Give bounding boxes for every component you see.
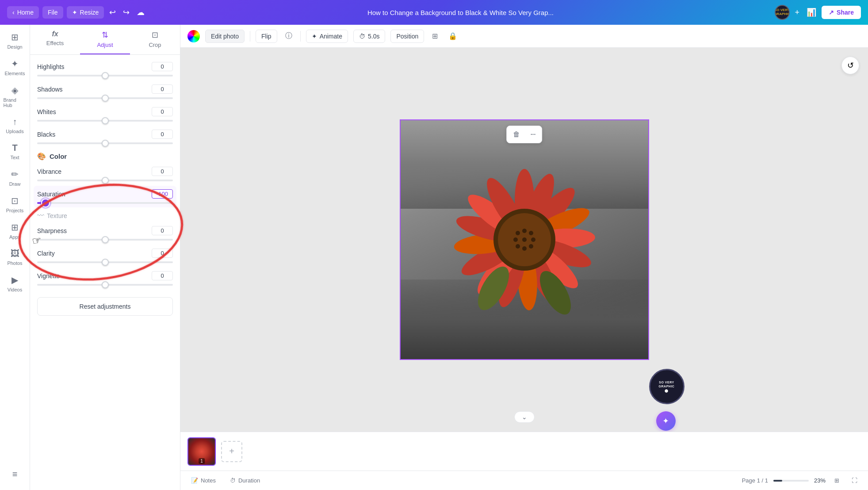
zoom-level: 23% xyxy=(814,477,826,484)
vignette-value[interactable] xyxy=(152,271,173,280)
sidebar-item-videos[interactable]: ▶ Videos xyxy=(2,271,28,296)
blacks-value[interactable] xyxy=(152,130,173,139)
refresh-canvas-button[interactable]: ↺ xyxy=(841,57,859,74)
svg-point-23 xyxy=(522,246,527,251)
tab-adjust[interactable]: ⇅ Adjust xyxy=(80,25,130,54)
whites-label: Whites xyxy=(37,108,56,115)
add-page-button[interactable]: + xyxy=(221,441,242,462)
sidebar-item-design[interactable]: ⊞ Design xyxy=(2,28,28,53)
grid-view-button[interactable]: ⊞ xyxy=(831,475,843,486)
whites-group: Whites xyxy=(37,107,173,122)
color-section-header: 🎨 Color xyxy=(37,152,173,161)
animate-button[interactable]: ✦ Animate xyxy=(306,30,348,43)
sharpness-value[interactable] xyxy=(152,226,173,235)
sharpness-track[interactable] xyxy=(37,239,173,241)
saturation-thumb[interactable] xyxy=(41,199,50,207)
videos-icon: ▶ xyxy=(11,275,18,285)
vignette-track[interactable] xyxy=(37,284,173,286)
add-user-button[interactable]: + xyxy=(793,6,802,19)
highlights-value[interactable] xyxy=(152,62,173,71)
texture-label-row: 〰 Texture xyxy=(37,212,173,220)
saturation-track[interactable] xyxy=(37,202,173,204)
clarity-value[interactable] xyxy=(152,249,173,258)
page-info: Page 1 / 1 xyxy=(742,477,768,484)
info-button[interactable]: ⓘ xyxy=(283,29,295,43)
page-number-badge: 1 xyxy=(199,458,205,464)
highlights-thumb[interactable] xyxy=(102,72,109,79)
sidebar-item-apps[interactable]: ⊞ Apps xyxy=(2,218,28,243)
grid-button[interactable]: ⊞ xyxy=(429,29,440,43)
share-icon: ↗ xyxy=(829,9,834,16)
sidebar-item-photos[interactable]: 🖼 Photos xyxy=(2,245,28,269)
duration-button[interactable]: ⏱ 5.0s xyxy=(353,30,385,43)
shadows-value[interactable] xyxy=(152,84,173,94)
sidebar-item-brand-hub[interactable]: ◈ Brand Hub xyxy=(2,81,28,111)
canvas-scroll[interactable]: ↺ xyxy=(180,48,868,432)
highlights-track[interactable] xyxy=(37,75,173,77)
saturation-value[interactable] xyxy=(152,189,173,199)
home-button[interactable]: ‹ Home xyxy=(7,6,39,19)
tab-effects[interactable]: fx Effects xyxy=(30,25,80,54)
blacks-track[interactable] xyxy=(37,142,173,144)
fullscreen-button[interactable]: ⛶ xyxy=(848,475,861,486)
vibrance-value[interactable] xyxy=(152,167,173,176)
duration-button-status[interactable]: ⏱ Duration xyxy=(226,475,264,486)
vibrance-thumb[interactable] xyxy=(102,177,109,184)
selection-actions: 🗑 ··· xyxy=(506,126,543,143)
vibrance-track[interactable] xyxy=(37,180,173,181)
cloud-save-button[interactable]: ☁ xyxy=(135,6,146,19)
shadows-thumb[interactable] xyxy=(102,95,109,102)
whites-value[interactable] xyxy=(152,107,173,116)
zoom-fill xyxy=(773,480,782,482)
left-nav: ⊞ Design ✦ Elements ◈ Brand Hub ↑ Upload… xyxy=(0,25,30,490)
undo-button[interactable]: ↩ xyxy=(107,6,118,19)
share-button[interactable]: ↗ Share xyxy=(822,6,861,19)
vignette-thumb[interactable] xyxy=(102,281,109,288)
sidebar-item-elements[interactable]: ✦ Elements xyxy=(2,55,28,80)
adjust-panel: fx Effects ⇅ Adjust ⊡ Crop Highlights xyxy=(30,25,180,490)
edit-photo-button[interactable]: Edit photo xyxy=(205,30,245,43)
file-button[interactable]: File xyxy=(42,6,63,19)
sidebar-item-uploads[interactable]: ↑ Uploads xyxy=(2,113,28,138)
blacks-thumb[interactable] xyxy=(102,140,109,147)
shadows-track[interactable] xyxy=(37,97,173,99)
ai-assistant-button[interactable]: ✦ xyxy=(656,411,676,431)
sidebar-item-more[interactable]: ≡ xyxy=(2,466,28,483)
header-right: SO VERYGRAPHIC + 📊 ↗ Share xyxy=(775,5,861,20)
notes-icon: 📝 xyxy=(191,477,198,484)
sidebar-item-projects[interactable]: ⊡ Projects xyxy=(2,192,28,217)
resize-button[interactable]: ✦ Resize xyxy=(67,6,104,19)
position-button[interactable]: Position xyxy=(390,30,424,43)
effects-tab-icon: fx xyxy=(52,30,58,38)
filmstrip-page-1[interactable]: 1 xyxy=(187,437,216,466)
sidebar-item-text[interactable]: T Text xyxy=(2,139,28,164)
collapse-panel-button[interactable]: ⌄ xyxy=(514,411,535,423)
apps-icon: ⊞ xyxy=(11,222,19,233)
whites-thumb[interactable] xyxy=(102,117,109,124)
svg-point-18 xyxy=(516,231,520,235)
sidebar-item-draw[interactable]: ✏ Draw xyxy=(2,165,28,190)
blacks-group: Blacks xyxy=(37,130,173,144)
svg-point-26 xyxy=(522,237,527,242)
analytics-button[interactable]: 📊 xyxy=(805,6,818,19)
canvas-wrapper: 🗑 ··· ✦ SO VERYGRAPHIC⬤ xyxy=(400,119,649,360)
clarity-thumb[interactable] xyxy=(102,259,109,266)
clarity-track[interactable] xyxy=(37,261,173,263)
lock-button[interactable]: 🔒 xyxy=(446,29,460,43)
notes-button[interactable]: 📝 Notes xyxy=(187,475,219,486)
redo-button[interactable]: ↪ xyxy=(121,6,131,19)
reset-adjustments-button[interactable]: Reset adjustments xyxy=(37,297,173,316)
color-swatch[interactable] xyxy=(187,30,200,42)
vibrance-group: Vibrance xyxy=(37,167,173,181)
canvas-image-container[interactable]: 🗑 ··· xyxy=(400,119,649,360)
tab-crop[interactable]: ⊡ Crop xyxy=(130,25,180,54)
sharpness-thumb[interactable] xyxy=(102,236,109,243)
more-options-button[interactable]: ··· xyxy=(526,128,540,141)
clarity-group: Clarity xyxy=(37,249,173,263)
zoom-track[interactable] xyxy=(773,480,809,482)
user-avatar[interactable]: SO VERYGRAPHIC xyxy=(775,5,790,20)
whites-track[interactable] xyxy=(37,120,173,122)
delete-element-button[interactable]: 🗑 xyxy=(509,128,524,141)
flip-button[interactable]: Flip xyxy=(256,30,277,43)
shadows-group: Shadows xyxy=(37,84,173,99)
